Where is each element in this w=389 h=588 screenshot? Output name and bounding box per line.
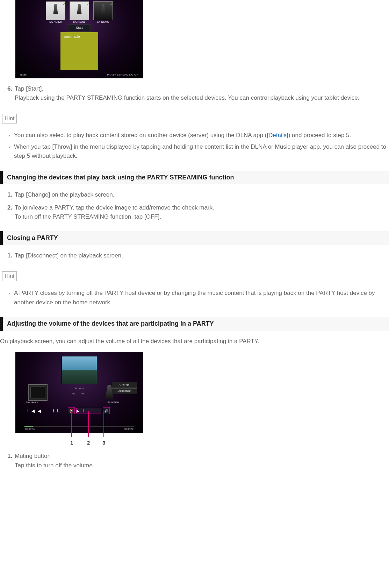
step-1: Tap [Disconnect] on the playback screen.: [14, 251, 389, 260]
track-title: futari: [20, 73, 27, 77]
hint-label: Hint: [2, 271, 17, 282]
playback-screen-screenshot: This device SA-NS300 24 hours ➜ ➜ Change…: [15, 352, 143, 433]
section-intro: On playback screen, you can adjust the v…: [0, 337, 389, 346]
start-button: Start: [68, 24, 91, 31]
volume-slider: [76, 408, 101, 413]
hint-item: You can also select to play back content…: [14, 131, 389, 140]
step-6: Tap [Start]. Playback using the PARTY ST…: [14, 84, 389, 103]
hint-list: You can also select to play back content…: [14, 131, 389, 161]
details-link[interactable]: [Details]: [267, 132, 288, 139]
hint-item: A PARTY closes by turning off the PARTY …: [14, 289, 389, 307]
now-playing-art: [62, 356, 97, 384]
step-lead: Tap [Start].: [15, 85, 43, 92]
this-device-icon: [28, 384, 48, 401]
procedure-list: Tap [Start]. Playback using the PARTY ST…: [14, 84, 389, 103]
legend-body: Tap this to turn off the volume.: [15, 462, 94, 469]
callout-1: 1: [70, 439, 73, 447]
album-art: roadmade: [60, 32, 98, 70]
procedure-list: Tap [Change] on the playback screen. To …: [14, 190, 389, 221]
throw-arrows-icon: ➜ ➜: [72, 391, 87, 397]
time-total: 00:03:52: [124, 427, 134, 431]
section-heading-changing-devices: Changing the devices that play back usin…: [0, 171, 389, 185]
hint-list: A PARTY closes by turning off the PARTY …: [14, 289, 389, 307]
step-1: Tap [Change] on the playback screen.: [14, 190, 389, 199]
hint-label: Hint: [2, 114, 17, 124]
progress-bar: [24, 426, 134, 427]
party-streaming-status: PARTY STREAMING ON: [107, 73, 138, 77]
time-elapsed: 00:00:36: [25, 427, 35, 431]
callout-3: 3: [102, 439, 105, 447]
change-button: Change: [112, 382, 137, 388]
procedure-list: Tap [Disconnect] on the playback screen.: [14, 251, 389, 260]
section-heading-closing-party: Closing a PARTY: [0, 231, 389, 245]
legend-lead: Muting button: [15, 453, 51, 459]
device-thumbnail: ✓SA-NS300: [46, 1, 65, 20]
device-thumbnail: ✓SA-NS300: [70, 1, 89, 20]
step-body: Playback using the PARTY STREAMING funct…: [15, 94, 360, 101]
legend-list: Muting button Tap this to turn off the v…: [14, 452, 389, 470]
party-streaming-device-selection-screenshot: ✓SA-NS300 ✓SA-NS300 ✓SA-NS400 Start road…: [15, 0, 143, 78]
step-2: To join/leave a PARTY, tap the device im…: [14, 203, 389, 222]
legend-item-1: Muting button Tap this to turn off the v…: [14, 452, 389, 470]
section-heading-adjusting-volume: Adjusting the volume of the devices that…: [0, 317, 389, 331]
callout-2: 2: [87, 439, 90, 447]
device-thumbnail: ✓SA-NS400: [93, 1, 113, 20]
disconnect-button: Disconnect: [112, 388, 137, 394]
hint-item: When you tap [Throw] in the menu display…: [14, 142, 389, 161]
screenshot-callouts: 1 2 3: [15, 433, 143, 446]
